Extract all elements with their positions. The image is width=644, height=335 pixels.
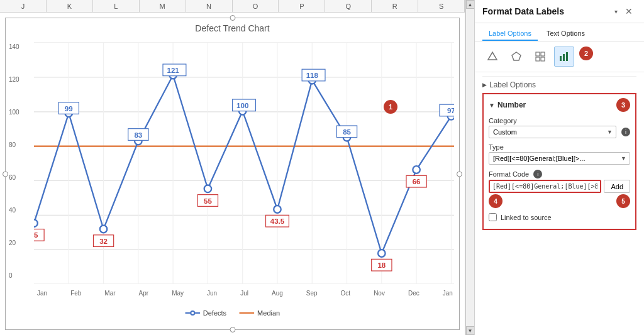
panel-dropdown-icon[interactable]: ▾ [614, 8, 618, 15]
panel-title: Format Data Labels [482, 6, 564, 16]
y-label-60: 60 [9, 174, 19, 181]
col-header-o: O [233, 0, 279, 12]
svg-text:85: 85 [343, 128, 351, 136]
defects-label: Defects [203, 309, 226, 317]
chart-svg-container: 35 32 55 43.5 18 66 [34, 42, 454, 284]
add-button[interactable]: Add [604, 180, 630, 193]
svg-rect-69 [563, 54, 565, 61]
panel-header: Format Data Labels ▾ ✕ [475, 0, 644, 23]
category-select[interactable]: Custom General Number Currency Accountin… [489, 126, 616, 138]
x-label-may: May [172, 290, 184, 297]
scroll-bar[interactable]: ▲ ▼ [465, 0, 474, 335]
x-label-sep: Sep [306, 290, 318, 297]
median-label: Median [257, 309, 280, 317]
format-panel: Format Data Labels ▾ ✕ Label Options Tex… [474, 0, 644, 335]
col-header-l: L [93, 0, 140, 12]
svg-point-28 [274, 206, 281, 213]
svg-point-61 [191, 311, 194, 315]
scroll-down-arrow[interactable]: ▼ [466, 326, 475, 335]
tab-label-options[interactable]: Label Options [482, 27, 538, 41]
x-label-jan1: Jan [37, 290, 47, 297]
svg-text:99: 99 [65, 105, 73, 113]
defects-legend-icon [185, 310, 200, 316]
x-label-nov: Nov [374, 290, 385, 297]
scroll-up-arrow[interactable]: ▲ [466, 0, 475, 9]
svg-rect-67 [541, 57, 545, 61]
label-options-arrow: ▶ [482, 82, 487, 88]
svg-text:55: 55 [204, 197, 212, 205]
svg-point-31 [378, 250, 386, 257]
svg-point-32 [413, 166, 420, 173]
chart-legend: Defects Median [185, 309, 280, 317]
x-label-jul: Jul [240, 290, 248, 297]
chart-container: Defect Trend Chart 0 20 40 60 80 100 120… [0, 13, 465, 335]
svg-text:118: 118 [306, 72, 319, 79]
col-header-r: R [372, 0, 418, 12]
category-info-icon[interactable]: i [621, 128, 630, 136]
y-label-80: 80 [9, 141, 19, 148]
format-code-label: Format Code i [489, 170, 630, 178]
svg-rect-70 [566, 52, 568, 61]
svg-point-26 [204, 185, 212, 193]
pentagon-icon-btn[interactable] [506, 47, 526, 67]
svg-text:100: 100 [236, 102, 248, 109]
tab-text-options[interactable]: Text Options [540, 27, 591, 41]
col-header-q: Q [325, 0, 372, 12]
chart-svg: 35 32 55 43.5 18 66 [34, 42, 454, 284]
chart-border: Defect Trend Chart 0 20 40 60 80 100 120… [5, 18, 460, 330]
col-header-s: S [418, 0, 465, 12]
shape-icon [487, 51, 498, 62]
format-code-row: Format Code i Add 4 5 [489, 167, 630, 211]
panel-close-button[interactable]: ✕ [621, 5, 636, 18]
svg-text:18: 18 [377, 261, 386, 269]
svg-rect-64 [536, 52, 540, 56]
category-label: Category [489, 117, 630, 124]
spreadsheet-area: J K L M N O P Q R S Defect Trend Chart 0… [0, 0, 465, 335]
svg-text:35: 35 [34, 231, 38, 239]
linked-to-source-checkbox[interactable] [489, 213, 497, 221]
shape-icon-btn[interactable] [482, 47, 502, 67]
x-label-jan2: Jan [443, 290, 453, 297]
x-label-dec: Dec [408, 290, 419, 297]
type-row: Type [Red][<=80]General;[Blue][>... ▼ [489, 141, 630, 167]
svg-text:121: 121 [167, 67, 180, 74]
col-header-k: K [47, 0, 93, 12]
x-label-feb: Feb [70, 290, 81, 297]
x-axis: Jan Feb Mar Apr May Jun Jul Aug Sep Oct … [37, 290, 453, 297]
badge-3: 3 [616, 98, 630, 112]
svg-rect-68 [560, 56, 562, 61]
number-section-label: Number [497, 101, 526, 109]
x-label-oct: Oct [341, 290, 351, 297]
linked-to-source-label: Linked to source [501, 214, 552, 221]
svg-rect-66 [536, 57, 540, 61]
svg-text:83: 83 [134, 131, 142, 139]
legend-defects: Defects [185, 309, 226, 317]
x-label-jun: Jun [207, 290, 217, 297]
panel-tabs: Label Options Text Options [475, 23, 644, 41]
y-label-140: 140 [9, 43, 19, 50]
svg-text:32: 32 [99, 238, 108, 245]
format-code-input[interactable] [489, 180, 601, 193]
type-select[interactable]: [Red][<=80]General;[Blue][>... [489, 152, 630, 165]
col-header-m: M [140, 0, 186, 12]
number-section-header[interactable]: ▼ Number 3 [485, 96, 634, 114]
panel-content: ▶ Label Options ▼ Number 3 Category [475, 72, 644, 335]
y-label-120: 120 [9, 76, 19, 83]
x-label-aug: Aug [272, 290, 283, 297]
svg-text:43.5: 43.5 [270, 217, 285, 225]
format-code-info-icon[interactable]: i [533, 170, 542, 178]
bar-chart-icon-btn[interactable] [554, 47, 574, 67]
type-label: Type [489, 143, 630, 151]
svg-text:97: 97 [447, 107, 454, 114]
svg-point-21 [34, 219, 38, 227]
bar-chart-icon [558, 51, 570, 62]
label-options-section-header[interactable]: ▶ Label Options [482, 76, 636, 93]
category-row: Category Custom General Number Currency … [489, 114, 630, 141]
pentagon-icon [511, 51, 522, 62]
svg-marker-63 [512, 52, 521, 60]
number-collapse-arrow: ▼ [489, 102, 495, 109]
col-header-n: N [186, 0, 233, 12]
badge-4: 4 [489, 194, 502, 208]
grid-icon-btn[interactable] [530, 47, 550, 67]
y-label-0: 0 [9, 272, 19, 279]
